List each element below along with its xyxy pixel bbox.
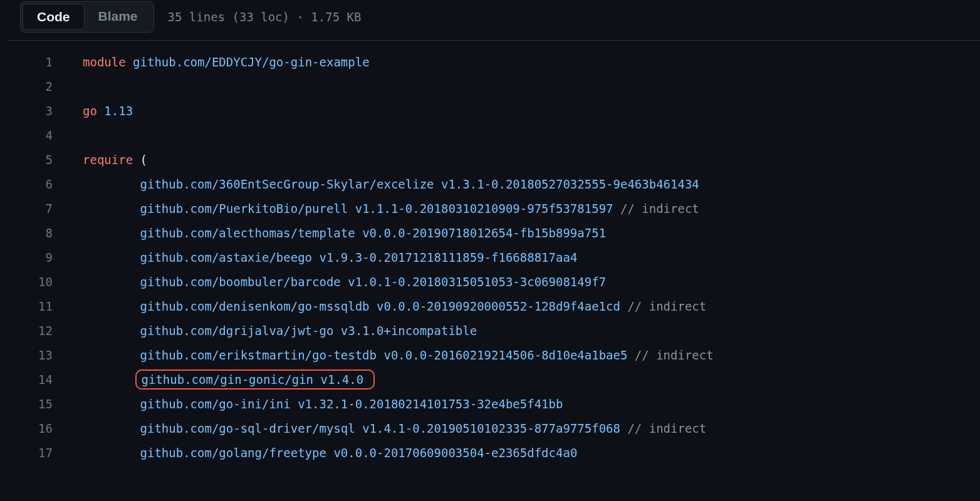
token-kw: go (83, 104, 97, 118)
file-toolbar: Code Blame 35 lines (33 loc) · 1.75 KB (0, 0, 980, 40)
token-ver: v0.0.0-20160219214506-8d10e4a1bae5 (383, 348, 627, 362)
code-content: github.com/go-ini/ini v1.32.1-0.20180214… (83, 397, 980, 411)
line-number[interactable]: 13 (8, 348, 83, 362)
token-comment: // indirect (627, 299, 706, 313)
code-content: github.com/erikstmartin/go-testdb v0.0.0… (83, 348, 980, 362)
token-plain (333, 324, 340, 338)
code-line: 1module github.com/EDDYCJY/go-gin-exampl… (8, 49, 980, 74)
code-line: 5require ( (8, 147, 980, 172)
token-kw: module (83, 55, 126, 69)
view-tab-group: Code Blame (20, 1, 154, 33)
token-pkg: github.com/gin-gonic/gin (142, 373, 314, 386)
code-content: github.com/go-sql-driver/mysql v1.4.1-0.… (83, 421, 980, 435)
token-kw: require (83, 153, 133, 167)
code-line: 11 github.com/denisenkom/go-mssqldb v0.0… (8, 294, 980, 318)
code-line: 7 github.com/PuerkitoBio/purell v1.1.1-0… (8, 196, 980, 220)
line-number[interactable]: 9 (8, 250, 83, 264)
code-content: github.com/360EntSecGroup-Skylar/exceliz… (83, 177, 980, 191)
token-ver: v3.1.0+incompatible (341, 324, 477, 338)
code-line: 9 github.com/astaxie/beego v1.9.3-0.2017… (8, 245, 980, 269)
line-number[interactable]: 4 (8, 128, 83, 142)
code-content: github.com/golang/freetype v0.0.0-201706… (83, 446, 980, 460)
code-line: 14 github.com/gin-gonic/gin v1.4.0 (8, 367, 980, 391)
token-plain (97, 104, 104, 118)
code-line: 6 github.com/360EntSecGroup-Skylar/excel… (8, 172, 980, 196)
code-content: go 1.13 (83, 104, 980, 118)
highlight-annotation: github.com/gin-gonic/gin v1.4.0 (135, 369, 375, 390)
line-number[interactable]: 17 (8, 446, 83, 460)
token-plain (348, 202, 355, 215)
line-number[interactable]: 2 (8, 80, 83, 93)
token-plain (126, 55, 133, 69)
token-plain (627, 348, 634, 362)
token-ver: 1.13 (104, 104, 133, 118)
token-plain (355, 226, 362, 240)
line-number[interactable]: 7 (8, 202, 83, 215)
line-number[interactable]: 1 (8, 55, 83, 69)
token-pkg: github.com/PuerkitoBio/purell (140, 202, 348, 215)
token-plain (620, 299, 627, 313)
code-line: 3go 1.13 (8, 98, 980, 123)
code-content: github.com/dgrijalva/jwt-go v3.1.0+incom… (83, 324, 980, 338)
token-plain (377, 348, 383, 362)
line-number[interactable]: 6 (8, 177, 83, 191)
code-line: 4 (8, 123, 980, 147)
token-pkg: github.com/go-sql-driver/mysql (140, 421, 355, 435)
code-content: require ( (83, 153, 980, 167)
token-pkg: github.com/dgrijalva/jwt-go (140, 324, 334, 338)
token-plain (613, 202, 620, 215)
token-plain (620, 421, 627, 435)
token-pkg: github.com/erikstmartin/go-testdb (140, 348, 377, 362)
line-number[interactable]: 12 (8, 324, 83, 338)
token-plain (341, 275, 348, 289)
code-content: github.com/gin-gonic/gin v1.4.0 (83, 369, 980, 390)
token-plain (355, 421, 362, 435)
code-line: 8 github.com/alecthomas/template v0.0.0-… (8, 220, 980, 245)
token-comment: // indirect (635, 348, 714, 362)
code-line: 17 github.com/golang/freetype v0.0.0-201… (8, 440, 980, 465)
token-plain (326, 446, 333, 460)
code-line: 12 github.com/dgrijalva/jwt-go v3.1.0+in… (8, 318, 980, 343)
line-number[interactable]: 11 (8, 299, 83, 313)
code-line: 2 (8, 74, 980, 98)
token-ver: v0.0.0-20170609003504-e2365dfdc4a0 (333, 446, 577, 460)
line-number[interactable]: 3 (8, 104, 83, 118)
file-info-text: 35 lines (33 loc) · 1.75 KB (168, 10, 362, 24)
token-comment: // indirect (627, 421, 706, 435)
code-content: github.com/boombuler/barcode v1.0.1-0.20… (83, 275, 980, 289)
tab-blame[interactable]: Blame (85, 4, 152, 30)
token-plain (291, 397, 298, 411)
token-plain (370, 299, 377, 313)
token-pkg: github.com/golang/freetype (140, 446, 326, 460)
token-ver: v1.0.1-0.20180315051053-3c06908149f7 (348, 275, 606, 289)
token-ver: v1.3.1-0.20180527032555-9e463b461434 (441, 177, 699, 191)
token-ver: v1.32.1-0.20180214101753-32e4be5f41bb (298, 397, 563, 411)
line-number[interactable]: 16 (8, 421, 83, 435)
token-plain: ( (133, 153, 147, 167)
token-pkg: github.com/denisenkom/go-mssqldb (140, 299, 370, 313)
line-number[interactable]: 10 (8, 275, 83, 289)
token-pkg: github.com/go-ini/ini (140, 397, 291, 411)
code-view: 1module github.com/EDDYCJY/go-gin-exampl… (8, 40, 980, 465)
token-comment: // indirect (620, 202, 699, 215)
line-number[interactable]: 5 (8, 153, 83, 167)
token-ver: v1.1.1-0.20180310210909-975f53781597 (355, 202, 613, 215)
line-number[interactable]: 15 (8, 397, 83, 411)
code-line: 15 github.com/go-ini/ini v1.32.1-0.20180… (8, 391, 980, 416)
code-content: module github.com/EDDYCJY/go-gin-example (83, 55, 980, 69)
token-plain (313, 373, 320, 386)
line-number[interactable]: 14 (8, 373, 83, 386)
code-content: github.com/astaxie/beego v1.9.3-0.201712… (83, 250, 980, 264)
token-ver: v1.9.3-0.20171218111859-f16688817aa4 (320, 250, 578, 264)
token-pkg: github.com/EDDYCJY/go-gin-example (133, 55, 370, 69)
line-number[interactable]: 8 (8, 226, 83, 240)
code-line: 13 github.com/erikstmartin/go-testdb v0.… (8, 343, 980, 367)
tab-code[interactable]: Code (23, 4, 85, 30)
code-content: github.com/PuerkitoBio/purell v1.1.1-0.2… (83, 202, 980, 215)
token-plain (434, 177, 441, 191)
token-ver: v1.4.0 (321, 373, 364, 386)
code-content: github.com/denisenkom/go-mssqldb v0.0.0-… (83, 299, 980, 313)
token-pkg: github.com/boombuler/barcode (140, 275, 341, 289)
token-pkg: github.com/360EntSecGroup-Skylar/exceliz… (140, 177, 434, 191)
token-pkg: github.com/alecthomas/template (140, 226, 355, 240)
